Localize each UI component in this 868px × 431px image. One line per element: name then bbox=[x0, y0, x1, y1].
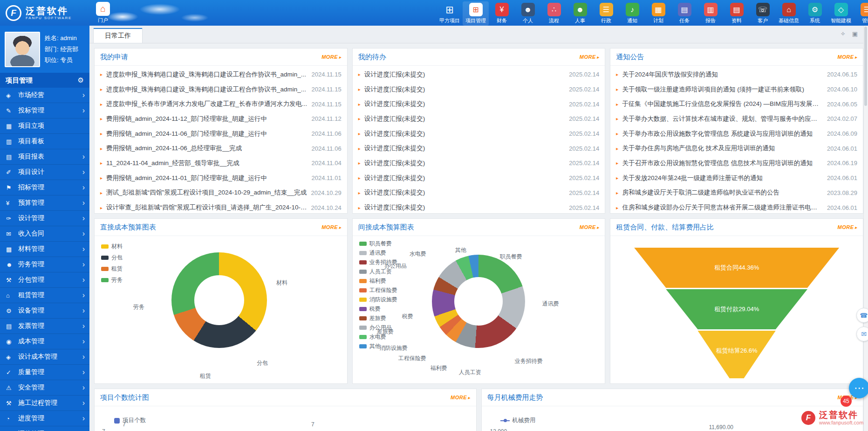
list-item[interactable]: ▸关于领取一级注册建造师培训项目的通知 (须持一建证书前来领取)2024.06.… bbox=[616, 82, 857, 97]
gear-icon[interactable]: ⚙ bbox=[78, 76, 84, 84]
app-item[interactable]: ¥财务 bbox=[489, 1, 515, 26]
list-item[interactable]: ▸房和城乡建设厅关于取消二级建造师临时执业证书的公告2023.08.29 bbox=[616, 186, 857, 201]
app-item[interactable]: ▦计划 bbox=[645, 1, 671, 26]
list-item[interactable]: ▸测试_彭祖新城“四馆”景观工程设计项目_2024-10-29_admin_结束… bbox=[100, 186, 342, 201]
list-item[interactable]: ▸进度款申报_长春市伊通河水力发电厂改建工程_长春市伊通河水力发电...2024… bbox=[100, 97, 342, 111]
sidebar-item[interactable]: ◈市场经营› bbox=[0, 88, 89, 103]
app-item[interactable]: ▥报告 bbox=[697, 1, 724, 26]
menu-item-label: 租赁管理 bbox=[18, 291, 82, 299]
notification-badge[interactable]: 45 bbox=[841, 396, 852, 407]
list-item[interactable]: ▸关于举办住房与房地产信息化 技术及应用培训班的通知2024.06.01 bbox=[616, 141, 857, 156]
more-button[interactable]: MORE▸ bbox=[580, 224, 600, 230]
sidebar-item[interactable]: ▦项目立项 bbox=[0, 118, 89, 134]
app-item[interactable]: ∴流程 bbox=[541, 1, 567, 26]
app-item[interactable]: ☰管理 bbox=[854, 1, 868, 26]
app-item[interactable]: ⌂基础信息 bbox=[776, 1, 802, 26]
list-item[interactable]: ▸设计进度汇报(未提交)2025.02.14 bbox=[358, 186, 600, 201]
panel-toggle-icon[interactable]: ▣ bbox=[852, 30, 858, 37]
phone-icon[interactable]: ☎ bbox=[856, 308, 868, 323]
sidebar-item[interactable]: ¥预算管理› bbox=[0, 195, 89, 211]
sidebar-item[interactable]: ▩材料管理› bbox=[0, 242, 89, 257]
list-item[interactable]: ▸关于发放2024年第24批一级建造师注册证书的通知2024.06.01 bbox=[616, 171, 857, 186]
sidebar-item[interactable]: ◔进度管理› bbox=[0, 411, 89, 426]
sidebar-item[interactable]: ◉成本管理› bbox=[0, 334, 89, 349]
more-button[interactable]: MORE▸ bbox=[321, 224, 342, 230]
item-date: 2024.11.15 bbox=[312, 71, 342, 78]
sidebar-item[interactable]: ⚒分包管理› bbox=[0, 272, 89, 288]
item-date: 2024.02.07 bbox=[827, 115, 857, 122]
list-item[interactable]: ▸于征集《中国建筑施工行业信息化发展报告 (2024) —BIM应用与发展》材料… bbox=[616, 97, 857, 111]
more-arrow-icon: ▸ bbox=[854, 55, 857, 60]
list-item[interactable]: ▸设计进度汇报(未提交)2025.02.14 bbox=[358, 97, 600, 111]
chat-bubble-icon[interactable]: ⋯ bbox=[849, 378, 868, 398]
bullet-icon: ▸ bbox=[616, 160, 618, 166]
sidebar-item[interactable]: ✑设计管理› bbox=[0, 211, 89, 226]
tab-bar: 日常工作 ✧▣ bbox=[89, 26, 868, 43]
sidebar-item[interactable]: ▣证件管理› bbox=[0, 426, 89, 431]
list-item[interactable]: ▸设计进度汇报(未提交)2025.02.14 bbox=[358, 141, 600, 156]
app-item[interactable]: ☰行政 bbox=[593, 1, 619, 26]
more-button[interactable]: MORE▸ bbox=[580, 54, 600, 60]
menu-item-icon: ✐ bbox=[6, 169, 15, 176]
sidebar-item[interactable]: ✉收入合同› bbox=[0, 226, 89, 242]
list-item[interactable]: ▸进度款申报_珠海鹤港口建设_珠海鹤港口建设工程合作协议书_admin_...2… bbox=[100, 82, 342, 97]
sidebar-item[interactable]: ▤项目报表› bbox=[0, 149, 89, 165]
app-item[interactable]: ☻人事 bbox=[567, 1, 593, 26]
list-item[interactable]: ▸11_2024-11-04_admin_经营部_领导审批__完成2024.11… bbox=[100, 156, 342, 171]
more-button[interactable]: MORE▸ bbox=[837, 54, 857, 60]
sidebar-item[interactable]: ⚠安全管理› bbox=[0, 380, 89, 396]
sidebar-item[interactable]: ☻劳务管理› bbox=[0, 257, 89, 272]
item-date: 2024.11.04 bbox=[312, 160, 342, 167]
app-item[interactable]: ☻个人 bbox=[515, 1, 541, 26]
item-text: 费用报销_admin_2024-11-06_部门经理审批_胡建_运行中 bbox=[106, 130, 308, 138]
list-item[interactable]: ▸设计进度汇报(未提交)2025.02.14 bbox=[358, 67, 600, 82]
sidebar-item[interactable]: ⌂租赁管理› bbox=[0, 288, 89, 303]
list-item[interactable]: ▸费用报销_admin_2024-11-06_总经理审批__完成2024.11.… bbox=[100, 141, 342, 156]
item-date: 2024.11.15 bbox=[312, 101, 342, 108]
list-item[interactable]: ▸关于召开市政公用设施智慧化管理信息 信息技术与应用培训班的通知2024.06.… bbox=[616, 156, 857, 171]
sidebar-item[interactable]: ▤发票管理› bbox=[0, 319, 89, 334]
list-item[interactable]: ▸关于举办大数据、云计算技术在城市建设、规划、管理与服务中的应用培训班...20… bbox=[616, 111, 857, 126]
list-item[interactable]: ▸关于举办市政公用设施数字化管理信息 系统建设与应用培训班的通知2024.06.… bbox=[616, 126, 857, 141]
list-item[interactable]: ▸费用报销_admin_2024-11-12_部门经理审批_胡建_运行中2024… bbox=[100, 111, 342, 126]
list-item[interactable]: ▸住房和城乡建设部办公厅关于同意吉林省开展二级建造师注册证书电子化试点...20… bbox=[616, 200, 857, 215]
app-item[interactable]: ⚙系统 bbox=[802, 1, 828, 26]
sidebar-item[interactable]: ✓质量管理› bbox=[0, 365, 89, 380]
tab-daily-work[interactable]: 日常工作 bbox=[93, 28, 143, 43]
menu-item-label: 投标管理 bbox=[18, 106, 82, 115]
app-item[interactable]: ⊞甲方项目 bbox=[437, 1, 463, 26]
list-item[interactable]: ▸费用报销_admin_2024-11-01_部门经理审批_胡建_运行中2024… bbox=[100, 171, 342, 186]
panel-title: 我的待办 bbox=[358, 53, 386, 62]
sidebar-item[interactable]: ▥项目看板 bbox=[0, 134, 89, 149]
more-button[interactable]: MORE▸ bbox=[837, 224, 857, 230]
mail-icon[interactable]: ✉ bbox=[856, 327, 868, 341]
app-item[interactable]: ▤资料 bbox=[724, 1, 750, 26]
list-item[interactable]: ▸费用报销_admin_2024-11-06_部门经理审批_胡建_运行中2024… bbox=[100, 126, 342, 141]
more-button[interactable]: MORE▸ bbox=[451, 395, 471, 400]
sidebar-item[interactable]: ✐项目设计› bbox=[0, 165, 89, 180]
list-item[interactable]: ▸设计进度汇报(未提交)2025.02.14 bbox=[358, 111, 600, 126]
app-item[interactable]: ◇智能建模 bbox=[828, 1, 854, 26]
sidebar-item[interactable]: ⚒施工过程管理› bbox=[0, 396, 89, 411]
app-item[interactable]: ⊞项目管理 bbox=[463, 1, 489, 26]
list-item[interactable]: ▸设计进度汇报(未提交)2025.02.14 bbox=[358, 156, 600, 171]
list-item[interactable]: ▸设计审查_彭祖新城“四馆”景观工程设计项目_请选择_胡广生_2024-10-2… bbox=[100, 200, 342, 215]
more-button[interactable]: MORE▸ bbox=[321, 54, 342, 60]
list-item[interactable]: ▸进度款申报_珠海鹤港口建设_珠海鹤港口建设工程合作协议书_admin_...2… bbox=[100, 67, 342, 82]
list-item[interactable]: ▸设计进度汇报(未提交)2025.02.14 bbox=[358, 171, 600, 186]
app-item[interactable]: ▤任务 bbox=[671, 1, 697, 26]
scrollbar-thumb[interactable] bbox=[864, 27, 867, 106]
list-item[interactable]: ▸关于2024年国庆节放假安排的通知2024.06.15 bbox=[616, 67, 857, 82]
sidebar-item[interactable]: ◈设计成本管理› bbox=[0, 349, 89, 365]
item-text: 设计进度汇报(未提交) bbox=[364, 70, 566, 79]
list-item[interactable]: ▸设计进度汇报(未提交)2025.02.14 bbox=[358, 200, 600, 215]
list-item[interactable]: ▸设计进度汇报(未提交)2025.02.14 bbox=[358, 82, 600, 97]
app-item[interactable]: ☏客户 bbox=[750, 1, 776, 26]
nav-portal[interactable]: ⌂ 门户 bbox=[96, 2, 110, 24]
list-item[interactable]: ▸设计进度汇报(未提交)2025.02.14 bbox=[358, 126, 600, 141]
app-item[interactable]: ♪通知 bbox=[619, 1, 645, 26]
sidebar-item[interactable]: ✎投标管理› bbox=[0, 103, 89, 118]
sidebar-item[interactable]: ⚑招标管理› bbox=[0, 180, 89, 195]
key-icon[interactable]: ✧ bbox=[841, 30, 846, 37]
sidebar-item[interactable]: ⚙设备管理› bbox=[0, 303, 89, 319]
